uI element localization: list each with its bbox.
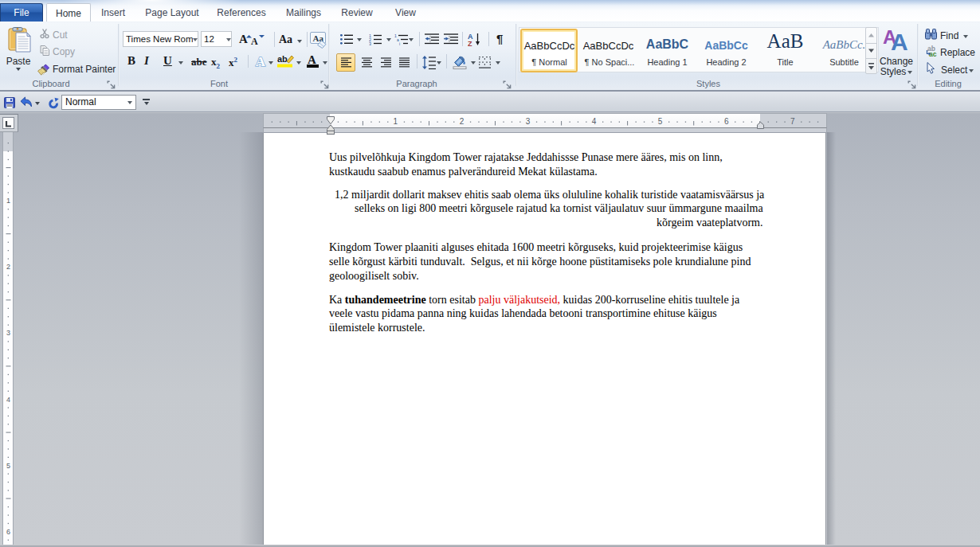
svg-text:4: 4 [592, 117, 597, 126]
svg-text:A: A [256, 54, 266, 68]
svg-text:4: 4 [6, 396, 10, 404]
svg-text:6: 6 [724, 117, 729, 126]
svg-text:1: 1 [6, 197, 10, 205]
svg-text:Z: Z [468, 40, 472, 46]
svg-text:3: 3 [6, 329, 10, 337]
svg-text:5: 5 [658, 117, 663, 126]
svg-text:2: 2 [6, 263, 10, 271]
svg-text:i: i [399, 41, 400, 45]
svg-text:ab: ab [277, 54, 288, 64]
svg-text:5: 5 [6, 462, 10, 470]
svg-text:2: 2 [460, 117, 465, 126]
svg-text:A: A [891, 29, 908, 51]
svg-text:1: 1 [394, 117, 398, 126]
svg-text:7: 7 [790, 117, 795, 126]
svg-text:3: 3 [526, 117, 531, 126]
svg-text:3: 3 [369, 41, 371, 45]
svg-text:6: 6 [6, 528, 10, 536]
